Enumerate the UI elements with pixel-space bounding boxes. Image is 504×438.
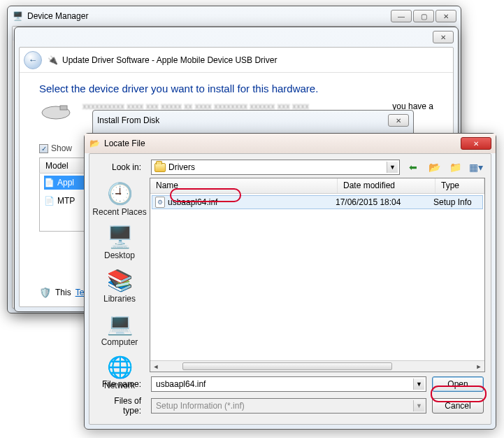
col-date[interactable]: Date modified <box>338 178 435 193</box>
new-folder-icon[interactable]: 📁 <box>447 160 463 175</box>
open-button[interactable]: Open <box>432 376 484 392</box>
col-type[interactable]: Type <box>435 178 484 193</box>
file-row-selected[interactable]: usbaapl64.inf 17/06/2015 18:04 Setup Inf… <box>152 195 483 209</box>
lookin-combo[interactable]: Drivers ▼ <box>151 160 400 175</box>
scroll-left-icon[interactable]: ◄ <box>150 361 161 372</box>
back-icon[interactable]: ⬅ <box>405 160 421 175</box>
filename-label: File name: <box>96 379 145 389</box>
cancel-button[interactable]: Cancel <box>432 398 484 414</box>
up-one-level-icon[interactable]: 📂 <box>426 160 442 175</box>
scroll-thumb[interactable] <box>182 362 392 370</box>
file-list-header[interactable]: Name Date modified Type <box>150 178 484 194</box>
minimize-button[interactable]: — <box>391 10 412 22</box>
open-file-icon: 📂 <box>89 138 100 149</box>
close-button[interactable]: ✕ <box>461 137 491 150</box>
ifd-title: Install From Disk <box>97 115 388 125</box>
device-manager-icon: 🖥️ <box>12 10 23 22</box>
lookin-label: Look in: <box>96 162 145 172</box>
lf-titlebar[interactable]: 📂 Locate File ✕ <box>85 134 496 153</box>
views-icon[interactable]: ▦▾ <box>468 160 484 175</box>
place-computer[interactable]: 💻Computer <box>89 309 150 353</box>
show-compatible-checkbox[interactable]: ✓ <box>39 144 48 153</box>
lookin-value: Drivers <box>168 162 195 172</box>
folder-icon <box>154 163 166 172</box>
close-button[interactable]: ✕ <box>435 10 456 22</box>
place-recent[interactable]: 🕘Recent Places <box>89 179 150 222</box>
places-bar: 🕘Recent Places 🖥️Desktop 📚Libraries 💻Com… <box>89 178 150 372</box>
hardware-icon: 🔌 <box>48 55 58 65</box>
show-compatible-label: Show <box>51 143 72 153</box>
signed-text: This <box>55 288 71 297</box>
signed-driver-icon: 📄 <box>44 178 55 188</box>
inf-file-icon <box>155 197 165 208</box>
dm-title: Device Manager <box>27 11 389 21</box>
filetype-combo: Setup Information (*.inf) ▼ <box>151 398 426 414</box>
wiz-titlebar[interactable]: ✕ <box>15 27 458 47</box>
place-network[interactable]: 🌐Network <box>89 353 150 396</box>
svg-rect-1 <box>60 106 67 110</box>
place-desktop[interactable]: 🖥️Desktop <box>89 222 150 266</box>
filename-input[interactable]: usbaapl64.inf ▼ <box>151 376 426 392</box>
shield-icon: 🛡️ <box>39 287 51 298</box>
place-libraries[interactable]: 📚Libraries <box>89 266 150 309</box>
close-button[interactable]: ✕ <box>388 114 409 127</box>
wizard-title: Update Driver Software - Apple Mobile De… <box>62 55 277 65</box>
wizard-heading: Select the device driver you want to ins… <box>39 83 433 94</box>
lf-title: Locate File <box>104 139 459 148</box>
chevron-down-icon[interactable]: ▼ <box>387 162 398 173</box>
signed-driver-icon: 📄 <box>44 196 55 206</box>
scroll-right-icon[interactable]: ► <box>473 361 484 372</box>
dm-titlebar[interactable]: 🖥️ Device Manager — ▢ ✕ <box>8 6 461 26</box>
file-list[interactable]: Name Date modified Type usbaapl64.inf 17… <box>150 178 485 372</box>
maximize-button[interactable]: ▢ <box>413 10 434 22</box>
chevron-down-icon: ▼ <box>413 400 424 411</box>
locate-file-dialog: 📂 Locate File ✕ Look in: Drivers ▼ ⬅ 📂 📁… <box>84 133 496 430</box>
pci-card-icon <box>39 101 73 122</box>
col-name[interactable]: Name <box>150 178 338 193</box>
close-button[interactable]: ✕ <box>433 31 454 43</box>
back-button[interactable]: ← <box>24 51 42 69</box>
filetype-label: Files of type: <box>96 396 145 416</box>
chevron-down-icon[interactable]: ▼ <box>413 379 424 390</box>
horizontal-scrollbar[interactable]: ◄ ► <box>150 360 484 372</box>
